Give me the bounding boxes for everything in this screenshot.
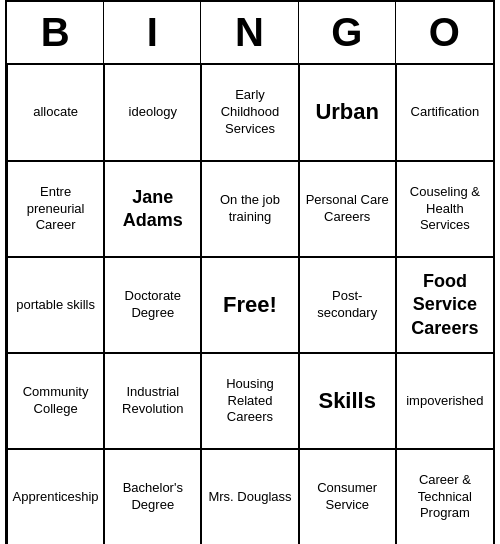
cell-r2-c0: portable skills	[7, 257, 104, 353]
cell-r4-c1: Bachelor's Degree	[104, 449, 201, 544]
cell-r0-c2: Early Childhood Services	[201, 65, 298, 161]
cell-r3-c1: Industrial Revolution	[104, 353, 201, 449]
cell-r2-c2: Free!	[201, 257, 298, 353]
cell-r2-c1: Doctorate Degree	[104, 257, 201, 353]
cell-r4-c0: Apprenticeship	[7, 449, 104, 544]
header-letter: O	[396, 2, 493, 63]
cell-r2-c3: Post-secondary	[299, 257, 396, 353]
cell-r0-c1: ideology	[104, 65, 201, 161]
cell-r2-c4: Food Service Careers	[396, 257, 493, 353]
cell-r4-c2: Mrs. Douglass	[201, 449, 298, 544]
cell-r3-c0: Community College	[7, 353, 104, 449]
cell-r0-c4: Cartification	[396, 65, 493, 161]
cell-r4-c4: Career & Technical Program	[396, 449, 493, 544]
cell-r3-c2: Housing Related Careers	[201, 353, 298, 449]
cell-r0-c0: allocate	[7, 65, 104, 161]
cell-r4-c3: Consumer Service	[299, 449, 396, 544]
bingo-header: BINGO	[7, 2, 493, 65]
bingo-grid: allocateideologyEarly Childhood Services…	[7, 65, 493, 544]
bingo-card: BINGO allocateideologyEarly Childhood Se…	[5, 0, 495, 544]
cell-r0-c3: Urban	[299, 65, 396, 161]
cell-r1-c0: Entre preneurial Career	[7, 161, 104, 257]
header-letter: G	[299, 2, 396, 63]
header-letter: B	[7, 2, 104, 63]
cell-r3-c4: impoverished	[396, 353, 493, 449]
cell-r3-c3: Skills	[299, 353, 396, 449]
cell-r1-c3: Personal Care Careers	[299, 161, 396, 257]
cell-r1-c2: On the job training	[201, 161, 298, 257]
cell-r1-c1: Jane Adams	[104, 161, 201, 257]
header-letter: I	[104, 2, 201, 63]
cell-r1-c4: Couseling & Health Services	[396, 161, 493, 257]
header-letter: N	[201, 2, 298, 63]
